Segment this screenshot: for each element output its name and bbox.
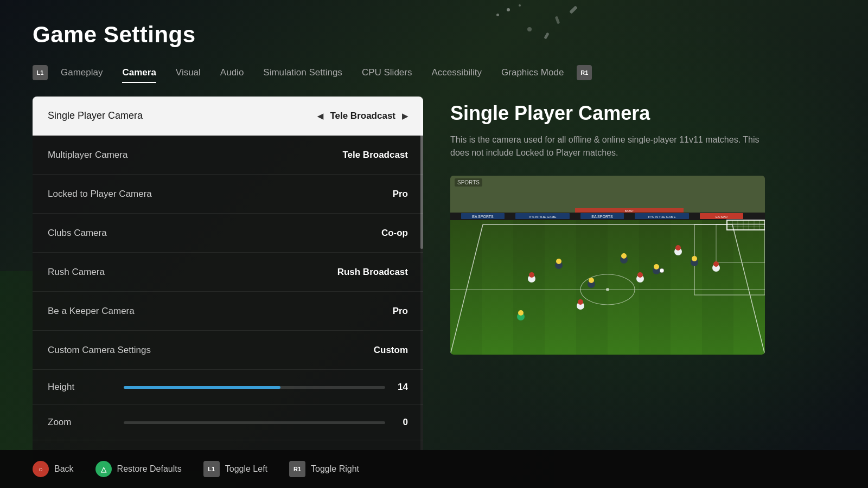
svg-text:EA SPORTS: EA SPORTS <box>472 215 494 219</box>
setting-label-keeper: Be a Keeper Camera <box>48 306 135 317</box>
setting-value-custom: Custom <box>374 345 408 356</box>
settings-panel: Single Player Camera ◀ Tele Broadcast ▶ … <box>33 97 423 471</box>
detail-title: Single Player Camera <box>450 102 835 125</box>
svg-point-56 <box>713 261 719 267</box>
slider-row-zoom: Zoom 0 <box>33 405 423 440</box>
l1-icon: L1 <box>33 65 48 80</box>
svg-point-50 <box>529 272 534 278</box>
slider-row-height: Height 14 <box>33 370 423 405</box>
svg-point-40 <box>556 259 561 264</box>
action-restore[interactable]: △ Restore Defaults <box>95 461 182 477</box>
back-label: Back <box>54 464 74 474</box>
main-content: Game Settings L1 Gameplay Camera Visual … <box>0 0 868 488</box>
svg-point-60 <box>518 310 524 316</box>
setting-value-clubs: Co-op <box>381 228 408 239</box>
setting-row-locked-player[interactable]: Locked to Player Camera Pro <box>33 175 423 214</box>
circle-button-icon: ○ <box>33 461 49 477</box>
page-title: Game Settings <box>33 22 835 48</box>
setting-row-multiplayer[interactable]: Multiplayer Camera Tele Broadcast <box>33 136 423 175</box>
tab-cpu-sliders[interactable]: CPU Sliders <box>352 64 422 81</box>
setting-value-rush: Rush Broadcast <box>337 267 408 278</box>
action-back[interactable]: ○ Back <box>33 461 74 477</box>
triangle-button-icon: △ <box>95 461 112 477</box>
tab-audio[interactable]: Audio <box>210 64 253 81</box>
main-layout: Single Player Camera ◀ Tele Broadcast ▶ … <box>33 97 835 471</box>
slider-height-track[interactable] <box>124 386 385 389</box>
svg-point-44 <box>654 264 659 269</box>
svg-rect-19 <box>639 220 671 355</box>
r1-icon: R1 <box>577 65 592 80</box>
svg-point-52 <box>637 272 643 278</box>
l1-button-icon: L1 <box>203 461 220 477</box>
setting-value-multiplayer: Tele Broadcast <box>342 150 408 160</box>
tab-camera[interactable]: Camera <box>112 64 165 81</box>
action-toggle-left[interactable]: L1 Toggle Left <box>203 461 267 477</box>
arrow-right-icon: ▶ <box>402 112 408 120</box>
setting-value-locked-player: Pro <box>393 189 408 200</box>
slider-zoom-value: 0 <box>393 417 408 428</box>
slider-zoom-container: 0 <box>124 417 408 428</box>
tab-accessibility[interactable]: Accessibility <box>422 64 492 81</box>
setting-label-single-player: Single Player Camera <box>48 110 143 121</box>
svg-text:BABST: BABST <box>625 209 634 213</box>
svg-text:IT'S IN THE GAME: IT'S IN THE GAME <box>528 215 556 219</box>
slider-height-fill <box>124 386 280 389</box>
camera-preview: EA SPORTS IT'S IN THE GAME EA SPORTS IT'… <box>450 176 765 355</box>
bottom-bar: ○ Back △ Restore Defaults L1 Toggle Left… <box>0 450 868 488</box>
svg-rect-1 <box>450 176 765 214</box>
setting-row-single-player[interactable]: Single Player Camera ◀ Tele Broadcast ▶ <box>33 97 423 136</box>
slider-zoom-track[interactable] <box>124 421 385 424</box>
setting-value-single-player: ◀ Tele Broadcast ▶ <box>317 111 408 121</box>
hud-sports-label: SPORTS <box>455 178 482 187</box>
setting-label-multiplayer: Multiplayer Camera <box>48 150 127 160</box>
setting-row-rush[interactable]: Rush Camera Rush Broadcast <box>33 253 423 292</box>
svg-text:EA SPO: EA SPO <box>716 215 727 219</box>
svg-point-58 <box>578 299 583 305</box>
slider-label-height: Height <box>48 382 113 393</box>
r1-button-icon: R1 <box>289 461 305 477</box>
arrow-left-icon: ◀ <box>317 112 323 120</box>
setting-row-keeper[interactable]: Be a Keeper Camera Pro <box>33 292 423 331</box>
svg-point-61 <box>660 268 664 273</box>
setting-label-rush: Rush Camera <box>48 267 105 278</box>
tab-simulation[interactable]: Simulation Settings <box>253 64 352 81</box>
slider-label-zoom: Zoom <box>48 417 113 428</box>
soccer-field-svg: EA SPORTS IT'S IN THE GAME EA SPORTS IT'… <box>450 176 765 355</box>
action-toggle-right[interactable]: R1 Toggle Right <box>289 461 359 477</box>
svg-rect-20 <box>702 220 733 355</box>
setting-label-clubs: Clubs Camera <box>48 228 107 239</box>
svg-text:EA SPORTS: EA SPORTS <box>591 215 613 219</box>
setting-label-locked-player: Locked to Player Camera <box>48 189 152 200</box>
tab-graphics[interactable]: Graphics Mode <box>492 64 573 81</box>
setting-row-custom[interactable]: Custom Camera Settings Custom <box>33 331 423 370</box>
tabs-nav: L1 Gameplay Camera Visual Audio Simulati… <box>33 64 835 81</box>
toggle-right-label: Toggle Right <box>311 464 359 474</box>
detail-description: This is the camera used for all offline … <box>450 133 765 159</box>
svg-point-54 <box>675 245 681 251</box>
tab-visual[interactable]: Visual <box>166 64 210 81</box>
restore-label: Restore Defaults <box>117 464 182 474</box>
svg-point-42 <box>621 253 627 259</box>
setting-label-custom: Custom Camera Settings <box>48 345 151 356</box>
svg-point-46 <box>589 278 594 283</box>
slider-height-container: 14 <box>124 382 408 393</box>
detail-panel: Single Player Camera This is the camera … <box>439 97 835 471</box>
scroll-thumb <box>420 99 423 249</box>
setting-row-clubs[interactable]: Clubs Camera Co-op <box>33 214 423 253</box>
svg-point-26 <box>606 288 609 291</box>
toggle-left-label: Toggle Left <box>225 464 267 474</box>
svg-text:IT'S IN THE GAME: IT'S IN THE GAME <box>648 215 675 219</box>
scroll-indicator <box>420 97 423 471</box>
slider-height-value: 14 <box>393 382 408 393</box>
settings-list: Single Player Camera ◀ Tele Broadcast ▶ … <box>33 97 423 471</box>
setting-value-keeper: Pro <box>393 306 408 317</box>
svg-point-48 <box>692 256 697 261</box>
tab-gameplay[interactable]: Gameplay <box>51 64 112 81</box>
svg-rect-17 <box>513 220 545 355</box>
